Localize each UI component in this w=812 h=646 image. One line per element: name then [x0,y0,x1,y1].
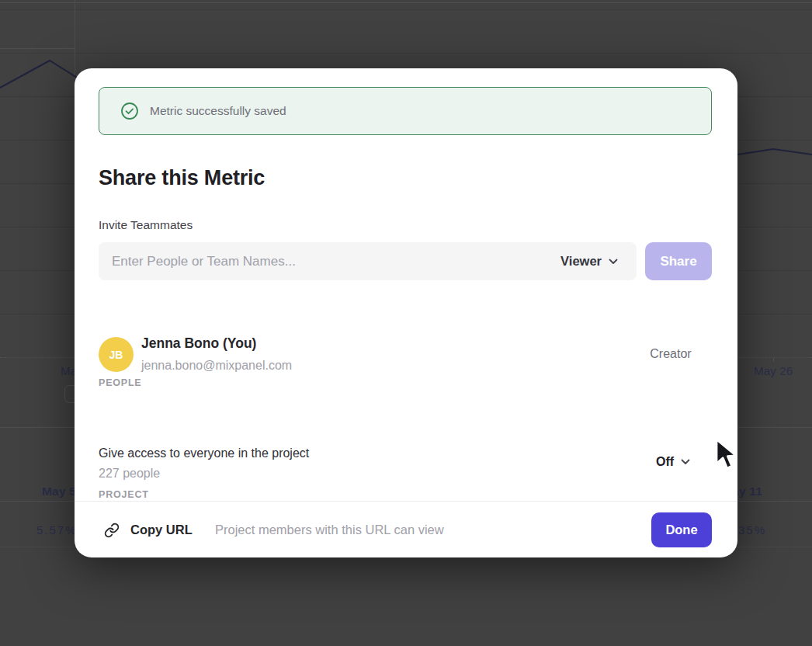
table-value-left: 5.57% [36,523,78,537]
toast-message: Metric successfully saved [150,104,286,118]
share-metric-modal: Metric successfully saved Share this Met… [75,68,737,557]
copy-url-label: Copy URL [130,523,193,537]
invite-people-input[interactable] [99,254,554,269]
copy-url-button[interactable]: Copy URL [104,502,193,558]
share-button[interactable]: Share [645,242,712,280]
chevron-down-icon [681,459,690,465]
avatar: JB [99,337,134,372]
x-axis-label: May 26 [754,364,793,377]
people-section-label: PEOPLE [99,377,142,388]
check-circle-icon [120,102,139,120]
table-value-right: 35% [738,523,766,537]
role-dropdown[interactable]: Viewer [554,254,637,269]
chevron-down-icon [609,259,618,265]
person-name: Jenna Bono (You) [141,335,256,352]
modal-title: Share this Metric [99,166,265,190]
project-section-label: PROJECT [99,489,149,500]
project-access-title: Give access to everyone in the project [99,446,309,460]
screen: Ma May 26 1 May 5 May 11 5.57% 35% Metri… [0,0,812,646]
url-permission-hint: Project members with this URL can view [215,502,444,558]
modal-footer: Copy URL Project members with this URL c… [75,501,737,557]
done-button[interactable]: Done [651,512,712,547]
person-email: jenna.bono@mixpanel.com [141,359,292,373]
table-header-may5: May 5 [42,484,76,498]
project-access-dropdown[interactable]: Off [656,455,690,469]
invite-input-container: Viewer [99,242,637,280]
person-role-label: Creator [647,347,695,361]
role-dropdown-value: Viewer [560,254,602,269]
link-icon [104,523,120,538]
project-access-dropdown-value: Off [656,455,674,469]
success-toast: Metric successfully saved [99,87,712,135]
invite-teammates-label: Invite Teammates [99,218,193,232]
project-access-count: 227 people [99,467,160,481]
